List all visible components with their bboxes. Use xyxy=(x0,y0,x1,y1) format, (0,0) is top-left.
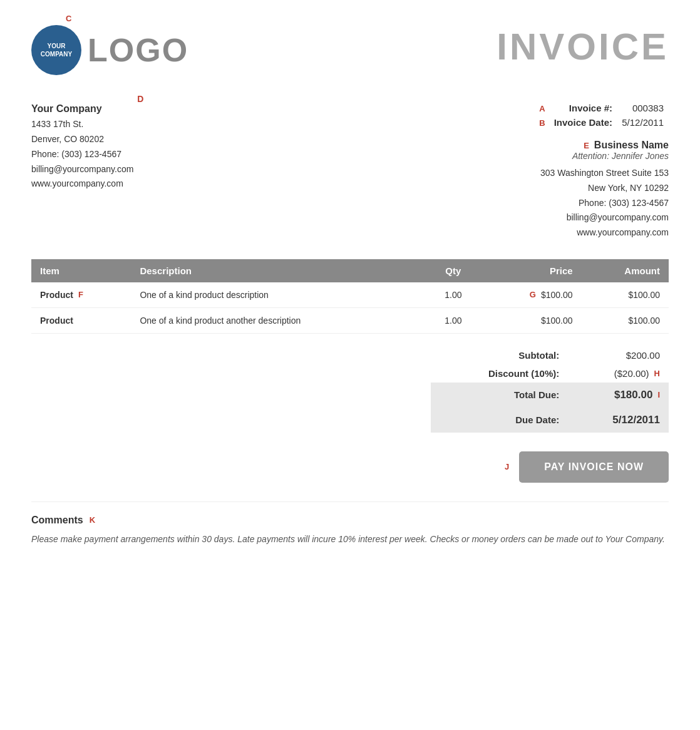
col-price: Price xyxy=(481,259,581,282)
invoice-header: C YOUR COMPANY LOGO INVOICE xyxy=(31,25,669,75)
invoice-title: INVOICE xyxy=(497,25,669,68)
recipient-address2: New York, NY 10292 xyxy=(350,181,669,196)
due-date-label: Due Date: xyxy=(431,408,568,433)
table-header: Item Description Qty Price Amount xyxy=(31,259,669,282)
comments-section: Comments K Please make payment arrangeme… xyxy=(31,501,669,547)
company-name: Your Company xyxy=(31,100,133,117)
table-body: Product F One of a kind product descript… xyxy=(31,282,669,334)
pay-invoice-button[interactable]: PAY INVOICE NOW xyxy=(519,451,669,483)
subtotal-row: Subtotal: $200.00 xyxy=(431,346,669,364)
c-marker-label: C xyxy=(66,14,71,23)
due-date-row: Due Date: 5/12/2011 xyxy=(431,408,669,433)
comments-header: Comments K xyxy=(31,515,669,526)
comments-label: Comments xyxy=(31,515,83,526)
f-marker-label: F xyxy=(78,290,83,299)
recipient-phone: Phone: (303) 123-4567 xyxy=(350,196,669,211)
recipient-email: billing@yourcompany.com xyxy=(350,210,669,225)
totals-table: Subtotal: $200.00 Discount (10%): ($20.0… xyxy=(431,346,669,433)
company-address2: Denver, CO 80202 xyxy=(31,132,133,147)
recipient-block: E Business Name Attention: Jennifer Jone… xyxy=(350,140,669,240)
due-date-value: 5/12/2011 xyxy=(568,408,669,433)
total-due-value: $180.00 I xyxy=(568,383,669,408)
j-marker-label: J xyxy=(505,462,509,471)
company-address1: 1433 17th St. xyxy=(31,117,133,132)
row1-qty: 1.00 xyxy=(425,282,481,308)
logo-circle-line1: YOUR xyxy=(41,42,72,50)
discount-row: Discount (10%): ($20.00) H xyxy=(431,364,669,383)
row1-item: Product F xyxy=(31,282,131,308)
company-website: www.yourcompany.com xyxy=(31,177,133,192)
recipient-address: 303 Washington Street Suite 153 New York… xyxy=(350,166,669,240)
invoice-date-marker: B xyxy=(535,116,548,129)
company-info: Your Company 1433 17th St. Denver, CO 80… xyxy=(31,100,133,192)
d-marker-label: D xyxy=(137,94,143,104)
row1-amount: $100.00 xyxy=(582,282,669,308)
total-due-row: Total Due: $180.00 I xyxy=(431,383,669,408)
comments-text: Please make payment arrangements within … xyxy=(31,532,669,547)
table-row: Product F One of a kind product descript… xyxy=(31,282,669,308)
col-description: Description xyxy=(131,259,425,282)
right-column: A Invoice #: 000383 B Invoice Date: 5/12… xyxy=(350,94,669,240)
discount-value: ($20.00) H xyxy=(568,364,669,383)
total-due-label: Total Due: xyxy=(431,383,568,408)
col-amount: Amount xyxy=(582,259,669,282)
invoice-number-label: Invoice #: xyxy=(550,101,616,115)
k-marker-label: K xyxy=(90,515,95,525)
e-marker-label: E xyxy=(584,141,589,150)
invoice-number-row: A Invoice #: 000383 xyxy=(535,101,667,115)
recipient-website: www.yourcompany.com xyxy=(350,225,669,240)
invoice-meta: A Invoice #: 000383 B Invoice Date: 5/12… xyxy=(350,100,669,130)
row2-description: One of a kind product another descriptio… xyxy=(131,307,425,333)
row1-price: G $100.00 xyxy=(481,282,581,308)
row2-amount: $100.00 xyxy=(582,307,669,333)
row1-description: One of a kind product description xyxy=(131,282,425,308)
company-logo-circle: YOUR COMPANY xyxy=(31,25,81,75)
logo-text: LOGO xyxy=(88,31,188,69)
col-qty: Qty xyxy=(425,259,481,282)
totals-inner-table: Subtotal: $200.00 Discount (10%): ($20.0… xyxy=(431,346,669,433)
row2-item: Product xyxy=(31,307,131,333)
logo-area: C YOUR COMPANY LOGO xyxy=(31,25,188,75)
invoice-number-value: 000383 xyxy=(617,101,667,115)
h-marker-label: H xyxy=(654,369,660,378)
subtotal-value: $200.00 xyxy=(568,346,669,364)
invoice-date-row: B Invoice Date: 5/12/2011 xyxy=(535,116,667,129)
row2-price: $100.00 xyxy=(481,307,581,333)
logo-circle-line2: COMPANY xyxy=(41,50,72,58)
subtotal-label: Subtotal: xyxy=(431,346,568,364)
company-phone: Phone: (303) 123-4567 xyxy=(31,147,133,162)
items-table: Item Description Qty Price Amount Produc… xyxy=(31,259,669,334)
header-details: Your Company 1433 17th St. Denver, CO 80… xyxy=(31,94,669,240)
company-email: billing@yourcompany.com xyxy=(31,162,133,177)
invoice-date-value: 5/12/2011 xyxy=(617,116,667,129)
table-header-row: Item Description Qty Price Amount xyxy=(31,259,669,282)
i-marker-label: I xyxy=(657,390,660,399)
sender-info: Your Company 1433 17th St. Denver, CO 80… xyxy=(31,94,318,240)
invoice-date-label: Invoice Date: xyxy=(550,116,616,129)
recipient-attention: Attention: Jennifer Jones xyxy=(350,151,669,161)
row2-qty: 1.00 xyxy=(425,307,481,333)
invoice-number-marker: A xyxy=(535,101,548,115)
pay-section: J PAY INVOICE NOW xyxy=(31,451,669,483)
discount-label: Discount (10%): xyxy=(431,364,568,383)
table-row: Product One of a kind product another de… xyxy=(31,307,669,333)
recipient-business-name: Business Name xyxy=(594,140,669,151)
invoice-meta-table: A Invoice #: 000383 B Invoice Date: 5/12… xyxy=(534,100,669,130)
col-item: Item xyxy=(31,259,131,282)
totals-section: Subtotal: $200.00 Discount (10%): ($20.0… xyxy=(31,346,669,433)
g-marker-label: G xyxy=(530,290,536,299)
recipient-address1: 303 Washington Street Suite 153 xyxy=(350,166,669,181)
